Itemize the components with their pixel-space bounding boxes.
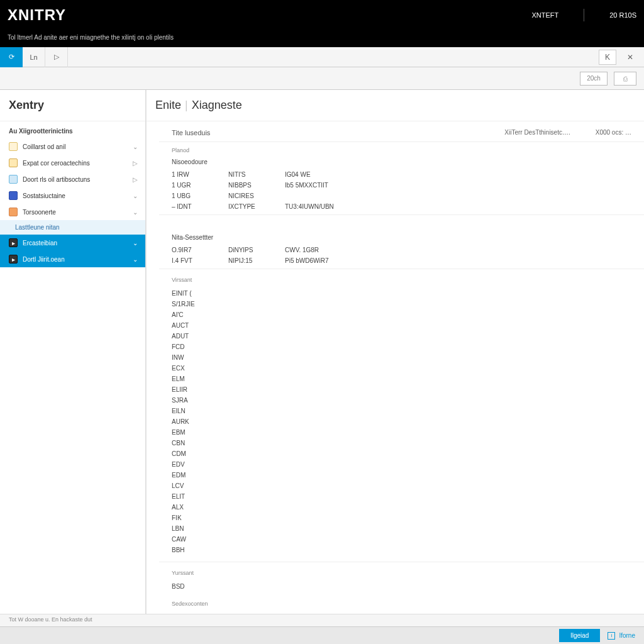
rule: [159, 269, 644, 269]
primary-action-button[interactable]: Ilgeiad: [559, 629, 600, 642]
print-button[interactable]: ⎙: [614, 72, 636, 86]
sidebar-item-label: Lasttleune nitan: [15, 224, 60, 231]
app-subtitle: Tol ltmerl Ad anite aer eni miagnethe th…: [0, 30, 644, 47]
list-item[interactable]: LCV: [159, 480, 644, 491]
meta-2: X000 ocs: …: [596, 129, 631, 136]
list-item[interactable]: ElLN: [159, 406, 644, 416]
sidebar-item-label: Torsoonerte: [23, 209, 56, 216]
sidebar-item-selected-1[interactable]: ▸ Dortl Jiirit.oean ⌄: [0, 251, 145, 267]
list-item[interactable]: INW: [159, 352, 644, 363]
data-row[interactable]: I.4 FVTNIPIJ:15Pi5 bWD6WiR7: [159, 255, 644, 266]
cell: Pi5 bWD6WiR7: [285, 257, 631, 264]
list-item[interactable]: EDV: [159, 459, 644, 470]
chevron-down-icon: ⌄: [133, 209, 138, 216]
sidebar-item-label: Dortl Jiirit.oean: [23, 256, 65, 263]
sidebar-item-label: Sostatsiuctaine: [23, 192, 65, 199]
list-item[interactable]: S/1RJIE: [159, 299, 644, 309]
secondary-toolbar: ⎙: [0, 67, 644, 90]
sidebar: Xentry Au Xiigrootterinictins Coillarst …: [0, 90, 146, 626]
cell: NIPIJ:15: [228, 257, 285, 264]
cell: [285, 192, 631, 199]
sidebar-item-label: Doort rls oil artibsoctuns: [23, 176, 90, 183]
panel-icon: [9, 175, 18, 184]
app-header: XNITRY XNTEFT 20 R10S: [0, 0, 644, 30]
sidebar-item-2[interactable]: Doort rls oil artibsoctuns ▷: [0, 171, 145, 187]
cell: NIBBPS: [228, 182, 285, 189]
list-item[interactable]: ELIT: [159, 491, 644, 502]
content-meta: XiiTerr DesTthinisetc…. X000 ocs: …: [504, 129, 631, 136]
main-area: Xentry Au Xiigrootterinictins Coillarst …: [0, 90, 644, 626]
list-item[interactable]: EDM: [159, 470, 644, 480]
list-item[interactable]: FCD: [159, 341, 644, 352]
sidebar-item-0[interactable]: Coillarst od anil ⌄: [0, 138, 145, 155]
cell: NICIRES: [228, 192, 285, 199]
data-row[interactable]: O.9IR7DiNYIPSCWV. 1G8R: [159, 245, 644, 255]
sidebar-sub-parent[interactable]: Lasttleune nitan: [0, 220, 145, 235]
list-item[interactable]: EINIT (: [159, 288, 644, 299]
header-divider: [584, 9, 584, 21]
list-item[interactable]: BSD: [159, 581, 644, 592]
sidebar-item-3[interactable]: Sostatsiuctaine ⌄: [0, 187, 145, 204]
content-inner: Tite luseduis XiiTerr DesTthinisetc…. X0…: [159, 121, 644, 608]
list-item[interactable]: FIK: [159, 513, 644, 523]
list-item[interactable]: ADUT: [159, 331, 644, 341]
list-item[interactable]: SJRA: [159, 395, 644, 406]
app-logo: XNITRY: [8, 6, 66, 24]
document-icon: [9, 142, 18, 151]
list-item[interactable]: CDM: [159, 448, 644, 459]
footer-bar: Ilgeiad i Iforne: [0, 626, 644, 644]
list-item[interactable]: ECX: [159, 363, 644, 374]
data-row[interactable]: 1 IRWNITI'SIG04 WE: [159, 169, 644, 180]
cell: 1 IRW: [172, 171, 228, 178]
cell: CWV. 1G8R: [285, 247, 631, 253]
ln-button[interactable]: Ln: [23, 47, 45, 67]
header-info-2: 20 R10S: [609, 11, 636, 19]
list-item[interactable]: AI'C: [159, 309, 644, 320]
cell: TU3:4IUWN/UBN: [285, 203, 631, 210]
vsection3-label: Sedexoconten: [159, 596, 644, 608]
header-right: XNTEFT 20 R10S: [531, 9, 636, 21]
data-row[interactable]: 1 UGRNIBBPSIb5 5MXXCTIIT: [159, 180, 644, 191]
check-icon: ⌄: [133, 256, 138, 263]
module-icon: [9, 208, 18, 216]
play-button[interactable]: ▷: [45, 47, 68, 67]
chevron-right-icon: ▷: [133, 176, 138, 183]
content-header: Enite | Xiagneste: [147, 90, 644, 121]
sidebar-item-1[interactable]: Expat cor ceroactechins ▷: [0, 155, 145, 171]
sidebar-item-label: Coillarst od anil: [23, 143, 65, 150]
list-item[interactable]: ELIIR: [159, 384, 644, 395]
zoom-input[interactable]: [580, 72, 608, 86]
sidebar-item-4[interactable]: Torsoonerte ⌄: [0, 204, 145, 220]
secondary-action-link[interactable]: i Iforne: [608, 632, 635, 640]
sidebar-section-label: Au Xiigrootterinictins: [0, 121, 145, 138]
group-label-1: Nisoeodoure: [159, 155, 644, 169]
sidebar-item-selected-0[interactable]: ▸ Ercasteibian ⌄: [0, 235, 145, 251]
data-row[interactable]: 1 UBGNICIRES: [159, 191, 644, 201]
content-title: Tite luseduis: [172, 129, 210, 136]
list-item[interactable]: CBN: [159, 438, 644, 448]
info-icon: i: [608, 632, 615, 640]
check-icon: ⌄: [133, 240, 138, 247]
group-label-2: Nita-Sessettter: [159, 230, 644, 245]
section-label-2: [159, 218, 644, 230]
chevron-down-icon: ⌄: [133, 192, 138, 199]
list-item[interactable]: EBM: [159, 427, 644, 438]
list-item[interactable]: LBN: [159, 523, 644, 534]
back-button[interactable]: K: [599, 50, 616, 65]
list-item[interactable]: BBH: [159, 545, 644, 555]
data-row[interactable]: – IDNTIXCTYPETU3:4IUWN/UBN: [159, 201, 644, 212]
sidebar-subgroup: Lasttleune nitan ▸ Ercasteibian ⌄ ▸ Dort…: [0, 220, 145, 267]
cell: I.4 FVT: [172, 257, 228, 264]
list-item[interactable]: ELM: [159, 374, 644, 384]
refresh-button[interactable]: ⟳: [0, 47, 23, 67]
content-header-2: Xiagneste: [192, 99, 242, 112]
cell: 1 UBG: [172, 192, 228, 199]
cell: IXCTYPE: [228, 203, 285, 210]
list-item[interactable]: ALX: [159, 502, 644, 513]
list-item[interactable]: AUCT: [159, 320, 644, 331]
close-button[interactable]: ✕: [621, 50, 639, 65]
vsection-label: Virssant: [159, 272, 644, 284]
list-item[interactable]: AURK: [159, 416, 644, 427]
sidebar-title: Xentry: [0, 90, 145, 121]
list-item[interactable]: CAW: [159, 534, 644, 545]
